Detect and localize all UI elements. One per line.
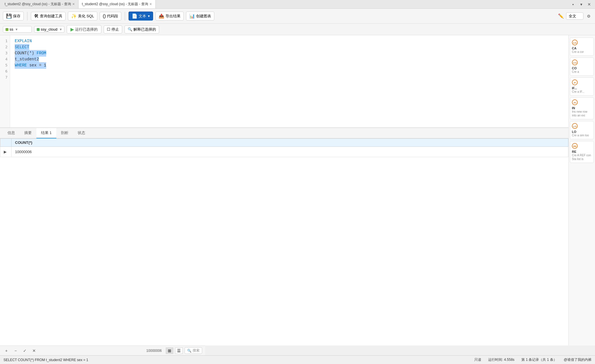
- search-bar[interactable]: 🔍 搜索: [185, 347, 202, 354]
- status-bar: SELECT COUNT(*) FROM t_student2 WHERE se…: [0, 355, 595, 364]
- line-num-1: 1: [1, 38, 8, 44]
- query-builder-button[interactable]: 🛠 查询创建工具: [31, 12, 66, 21]
- pen-icon-btn[interactable]: ✏️: [557, 13, 564, 20]
- results-panel: 信息 摘要 结果 1 剖析 状态: [0, 128, 568, 346]
- new-tab-btn[interactable]: ▪: [570, 1, 577, 8]
- snippet-ca-header: CA: [572, 40, 592, 45]
- code-area[interactable]: EXPLAIN SELECT COUNT(*) FROM t_student2 …: [10, 35, 568, 127]
- status-readonly: 只读: [474, 357, 481, 362]
- tab-info[interactable]: 信息: [3, 128, 20, 138]
- remove-row-btn[interactable]: −: [12, 347, 19, 354]
- results-tabs: 信息 摘要 结果 1 剖析 状态: [0, 128, 568, 138]
- code-line-4: t_student2: [15, 56, 564, 62]
- code-line-2: SELECT: [15, 44, 564, 50]
- svg-text:CA: CA: [573, 42, 577, 44]
- code-line-5: WHERE sex = 1: [15, 62, 564, 68]
- code-block-button[interactable]: () 代码段: [100, 12, 122, 21]
- snippet-if-desc: Cre a IF...: [572, 90, 592, 94]
- svg-text:IN: IN: [574, 101, 576, 104]
- tab-result-1[interactable]: 结果 1: [36, 128, 56, 138]
- editor-panel: 1 2 3 4 5 6 7 EXPLAIN SELECT COUNT(*: [0, 35, 568, 346]
- main-content: 1 2 3 4 5 6 7 EXPLAIN SELECT COUNT(*: [0, 35, 595, 346]
- snippet-if-title: IF...: [572, 86, 592, 90]
- tab-2[interactable]: t_student2 @ssy_cloud (ss) - 无标题 - 查询 ✕: [79, 0, 156, 8]
- grid-view-btn[interactable]: ⊞: [166, 348, 173, 354]
- snippet-lo-title: LO: [572, 130, 592, 133]
- sep-1: [27, 12, 27, 21]
- stop-icon: ☐: [107, 27, 110, 31]
- snippet-re-title: RE: [572, 150, 592, 153]
- tab-1-close[interactable]: ✕: [72, 2, 75, 6]
- results-col-count: COUNT(*): [12, 139, 568, 147]
- tab-profile[interactable]: 剖析: [56, 128, 73, 138]
- explain-button[interactable]: 🔍 解释已选择的: [124, 25, 159, 34]
- snippet-lo-desc: Cre a sim loo: [572, 133, 592, 137]
- snippet-if-icon: IF: [572, 79, 578, 85]
- snippet-co-header: CO: [572, 60, 592, 65]
- query-builder-icon: 🛠: [34, 14, 39, 19]
- code-table-name: t_student2: [15, 56, 39, 62]
- bottom-toolbar-left: + − ✓ ✕ 10000006 ⊞ ☰ 🔍 搜索: [0, 346, 205, 355]
- snippet-if[interactable]: IF IF... Cre a IF...: [570, 77, 594, 96]
- full-text-select[interactable]: 全文: [566, 12, 583, 20]
- right-panel: CA CA Cre a cor CO CO Cre a IF: [568, 35, 595, 346]
- text-dropdown-icon: ▾: [148, 14, 150, 18]
- snippet-in-desc: Ins new row into an exi: [572, 110, 592, 117]
- search-icon: 🔍: [187, 349, 191, 353]
- snippet-if-header: IF: [572, 79, 592, 85]
- text-button[interactable]: 📄 文本 ▾: [129, 12, 153, 21]
- save-icon: 💾: [6, 13, 12, 19]
- snippet-re[interactable]: RE RE Cre A REF con Sta list is: [570, 141, 594, 163]
- text-icon: 📄: [132, 13, 137, 19]
- close-tab-btn[interactable]: ✕: [586, 1, 593, 8]
- snippet-re-desc: Cre A REF con Sta list is: [572, 153, 592, 161]
- line-num-5: 5: [1, 62, 8, 68]
- row-arrow-icon: ▶: [4, 150, 7, 154]
- sep-2: [125, 12, 125, 21]
- confirm-btn[interactable]: ✓: [21, 347, 28, 354]
- stop-button[interactable]: ☐ 停止: [104, 25, 122, 34]
- code-editor[interactable]: 1 2 3 4 5 6 7 EXPLAIN SELECT COUNT(*: [0, 35, 568, 128]
- code-where-condition: sex = 1: [27, 62, 46, 68]
- line-num-2: 2: [1, 44, 8, 50]
- tab-1[interactable]: t_student2 @ssy_cloud (ss) - 无标题 - 查询 ✕: [1, 0, 79, 8]
- run-selected-button[interactable]: ▶ 运行已选择的: [67, 25, 101, 34]
- snippet-in[interactable]: IN IN Ins new row into an exi: [570, 97, 594, 119]
- connection-selector[interactable]: ssy_cloud ▾: [34, 26, 64, 33]
- snippet-ca[interactable]: CA CA Cre a cor: [570, 38, 594, 56]
- beautify-button[interactable]: ✨ 美化 SQL: [68, 12, 97, 21]
- snippet-co-desc: Cre a: [572, 70, 592, 74]
- svg-text:LO: LO: [573, 125, 576, 128]
- schema-chevron: ▾: [16, 27, 18, 31]
- status-runtime: 运行时间: 4.558s: [488, 357, 514, 362]
- schema-selector[interactable]: ss ▾: [3, 26, 32, 33]
- add-row-btn[interactable]: +: [3, 347, 10, 354]
- tab-status[interactable]: 状态: [73, 128, 90, 138]
- snippet-in-title: IN: [572, 106, 592, 110]
- code-where-keyword: WHERE: [15, 62, 27, 68]
- save-button[interactable]: 💾 保存: [3, 12, 24, 21]
- snippet-co[interactable]: CO CO Cre a: [570, 57, 594, 76]
- tab-bar-controls: ▪ ▾ ✕: [570, 1, 594, 8]
- snippet-in-icon: IN: [572, 99, 578, 105]
- explain-icon: 🔍: [128, 27, 132, 31]
- connection-chevron: ▾: [60, 27, 62, 31]
- snippet-lo-header: LO: [572, 123, 592, 129]
- tab-summary[interactable]: 摘要: [20, 128, 36, 138]
- export-button[interactable]: 📤 导出结果: [155, 12, 184, 21]
- chart-icon: 📊: [189, 13, 195, 19]
- tab-2-close[interactable]: ✕: [149, 2, 152, 6]
- line-num-7: 7: [1, 75, 8, 81]
- snippet-co-icon: CO: [572, 60, 578, 65]
- tab-list-btn[interactable]: ▾: [578, 1, 585, 8]
- snippet-ca-title: CA: [572, 47, 592, 50]
- svg-text:IF: IF: [574, 81, 576, 84]
- list-view-btn[interactable]: ☰: [175, 348, 183, 354]
- code-count-from: COUNT(*): [15, 50, 37, 56]
- snippet-lo[interactable]: LO LO Cre a sim loo: [570, 121, 594, 139]
- code-select-keyword: SELECT: [15, 44, 29, 50]
- status-record-info: 第 1 条记录（共 1 条）: [521, 357, 557, 362]
- settings-icon-btn[interactable]: ⚙: [585, 13, 592, 20]
- create-chart-button[interactable]: 📊 创建图表: [186, 12, 214, 21]
- discard-btn[interactable]: ✕: [31, 347, 38, 354]
